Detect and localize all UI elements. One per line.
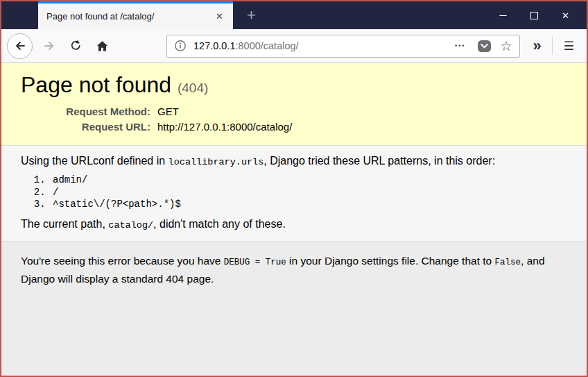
table-row: Request Method: GET	[21, 104, 292, 119]
page-viewport: Page not found (404) Request Method: GET…	[1, 63, 587, 376]
reload-icon	[69, 39, 83, 53]
home-icon	[96, 40, 109, 53]
page-title-text: Page not found	[21, 72, 171, 97]
url-path: :8000/catalog/	[235, 40, 298, 51]
back-button[interactable]	[7, 33, 33, 59]
urlconf-intro: Using the URLconf defined in locallibrar…	[21, 154, 567, 169]
url-pattern-list: admin/ / ^static\/(?P<path>.*)$	[21, 174, 567, 212]
table-row: Request URL: http://127.0.0.1:8000/catal…	[21, 119, 292, 135]
error-summary-section: Page not found (404) Request Method: GET…	[1, 63, 587, 146]
address-bar[interactable]: 127.0.0.1:8000/catalog/ ••• ☆	[166, 35, 520, 58]
close-window-button[interactable]: ✕	[550, 1, 581, 29]
browser-window: Page not found at /catalog/ ✕ + ─ ✕	[0, 0, 588, 377]
overflow-chevron-icon[interactable]: »	[527, 38, 548, 53]
debug-false-code: False	[495, 258, 521, 267]
explanation-part1: You're seeing this error because you hav…	[21, 255, 224, 267]
request-meta-table: Request Method: GET Request URL: http://…	[21, 104, 292, 135]
maximize-button[interactable]	[519, 1, 550, 29]
maximize-icon	[530, 12, 538, 19]
toolbar-separator	[552, 37, 553, 55]
explanation-part2: in your Django settings file. Change tha…	[286, 255, 495, 267]
request-url-label: Request URL:	[21, 119, 157, 135]
back-arrow-icon	[13, 39, 27, 53]
page-title: Page not found (404)	[21, 72, 567, 98]
urlconf-info-section: Using the URLconf defined in locallibrar…	[1, 146, 587, 242]
tab-close-icon[interactable]: ✕	[213, 10, 226, 22]
current-path-suffix: , didn't match any of these.	[153, 218, 286, 230]
list-item: /	[51, 187, 567, 199]
current-path-prefix: The current path,	[21, 218, 108, 230]
debug-true-code: DEBUG = True	[224, 258, 286, 267]
intro-suffix: , Django tried these URL patterns, in th…	[263, 155, 495, 167]
home-button[interactable]	[90, 34, 114, 58]
page-actions-icon[interactable]: •••	[455, 42, 465, 49]
current-path-line: The current path, catalog/, didn't match…	[21, 217, 567, 232]
url-host: 127.0.0.1	[193, 40, 235, 51]
request-url-value: http://127.0.0.1:8000/catalog/	[157, 119, 292, 135]
tab-bar: Page not found at /catalog/ ✕ + ─ ✕	[1, 1, 587, 29]
request-method-label: Request Method:	[21, 104, 157, 119]
list-item: ^static\/(?P<path>.*)$	[51, 199, 567, 211]
bookmark-star-icon[interactable]: ☆	[500, 40, 512, 53]
titlebar-drag-area	[266, 1, 487, 29]
tab-title: Page not found at /catalog/	[46, 11, 213, 22]
pocket-icon[interactable]	[477, 40, 492, 53]
list-item: admin/	[51, 174, 567, 187]
tab-page-not-found[interactable]: Page not found at /catalog/ ✕	[38, 1, 233, 29]
new-tab-button[interactable]: +	[237, 8, 266, 23]
intro-prefix: Using the URLconf defined in	[21, 155, 168, 167]
hamburger-menu-icon[interactable]: ☰	[557, 40, 581, 52]
minimize-button[interactable]: ─	[487, 1, 519, 29]
site-info-icon[interactable]	[174, 40, 187, 52]
current-path-code: catalog/	[108, 220, 153, 231]
forward-arrow-icon	[42, 39, 56, 53]
urlconf-module-code: locallibrary.urls	[168, 157, 264, 167]
status-code: (404)	[178, 81, 208, 95]
debug-explanation-section: You're seeing this error because you hav…	[1, 242, 587, 376]
forward-button[interactable]	[37, 34, 61, 58]
navigation-toolbar: 127.0.0.1:8000/catalog/ ••• ☆ » ☰	[1, 29, 587, 63]
debug-explanation-text: You're seeing this error because you hav…	[21, 252, 567, 288]
url-text: 127.0.0.1:8000/catalog/	[193, 40, 450, 51]
request-method-value: GET	[157, 104, 292, 119]
reload-button[interactable]	[64, 34, 87, 58]
